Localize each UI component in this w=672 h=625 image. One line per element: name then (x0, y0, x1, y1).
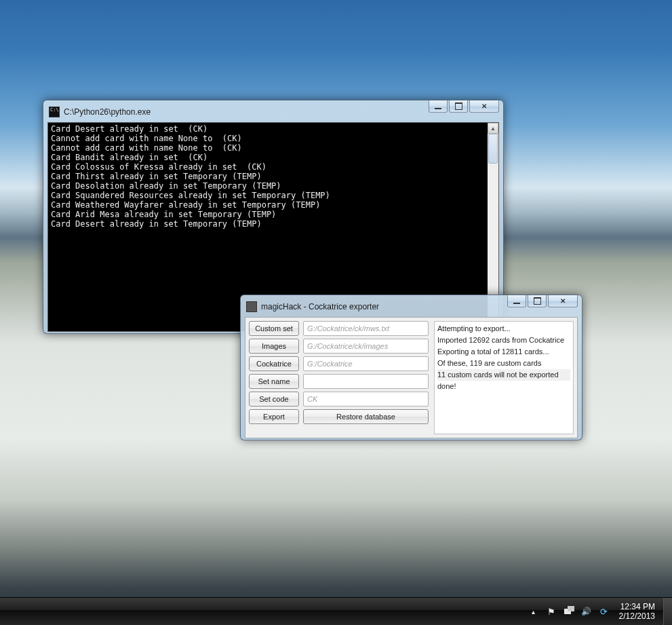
console-close-button[interactable] (469, 100, 499, 113)
volume-icon[interactable] (581, 606, 592, 617)
console-minimize-button[interactable] (429, 100, 448, 113)
action-center-icon[interactable] (546, 606, 557, 617)
exporter-app-icon (246, 301, 257, 312)
exporter-window-controls (507, 295, 578, 307)
system-tray: 12:34 PM 2/12/2013 (528, 602, 663, 621)
console-scroll-track[interactable] (488, 134, 498, 320)
taskbar[interactable]: 12:34 PM 2/12/2013 (0, 597, 672, 625)
console-scroll-thumb[interactable] (488, 134, 498, 164)
exporter-log-line: Attempting to export... (437, 323, 570, 335)
exporter-content: Custom set G:/Cockatrice/ck/mws.txt Imag… (245, 317, 578, 438)
exporter-title: magicHack - Cockatrice exporter (261, 302, 379, 311)
set-name-button[interactable]: Set name (249, 374, 299, 389)
exporter-window: magicHack - Cockatrice exporter Custom s… (240, 295, 582, 440)
console-maximize-button[interactable] (449, 100, 468, 113)
exporter-log[interactable]: Attempting to export...Imported 12692 ca… (434, 321, 574, 434)
exporter-log-line: Imported 12692 cards from Cockatrice (437, 335, 570, 346)
custom-set-button[interactable]: Custom set (249, 321, 299, 336)
set-name-input[interactable] (303, 374, 429, 389)
exporter-log-line: done! (437, 381, 570, 392)
console-app-icon (49, 107, 60, 117)
taskbar-date: 2/12/2013 (619, 611, 655, 621)
desktop: C:\Python26\python.exe Card Desert alrea… (0, 0, 672, 625)
export-button[interactable]: Export (249, 409, 299, 424)
set-code-button[interactable]: Set code (249, 392, 299, 406)
tray-overflow-icon[interactable] (528, 606, 539, 617)
cockatrice-button[interactable]: Cockatrice (249, 356, 299, 371)
exporter-minimize-button[interactable] (507, 295, 526, 307)
images-button[interactable]: Images (249, 339, 299, 354)
show-desktop-button[interactable] (663, 598, 672, 625)
cockatrice-path-input[interactable]: G:/Cockatrice (303, 356, 429, 371)
taskbar-clock[interactable]: 12:34 PM 2/12/2013 (616, 602, 659, 621)
exporter-log-line: 11 custom cards will not be exported (437, 369, 570, 381)
sync-icon[interactable] (599, 606, 610, 617)
exporter-maximize-button[interactable] (528, 295, 547, 307)
custom-set-path-input[interactable]: G:/Cockatrice/ck/mws.txt (303, 321, 429, 336)
exporter-log-line: Exporting a total of 12811 cards... (437, 346, 570, 358)
console-scroll-up-button[interactable]: ▲ (488, 123, 498, 134)
exporter-close-button[interactable] (548, 295, 578, 307)
network-icon[interactable] (564, 606, 574, 617)
exporter-log-line: Of these, 119 are custom cards (437, 358, 570, 369)
exporter-form: Custom set G:/Cockatrice/ck/mws.txt Imag… (249, 321, 429, 434)
images-path-input[interactable]: G:/Cockatrice/ck/images (303, 339, 429, 354)
taskbar-time: 12:34 PM (619, 602, 655, 611)
console-window-controls (429, 100, 499, 113)
console-title: C:\Python26\python.exe (64, 107, 151, 117)
restore-database-button[interactable]: Restore database (303, 409, 429, 424)
set-code-input[interactable]: CK (303, 392, 429, 406)
